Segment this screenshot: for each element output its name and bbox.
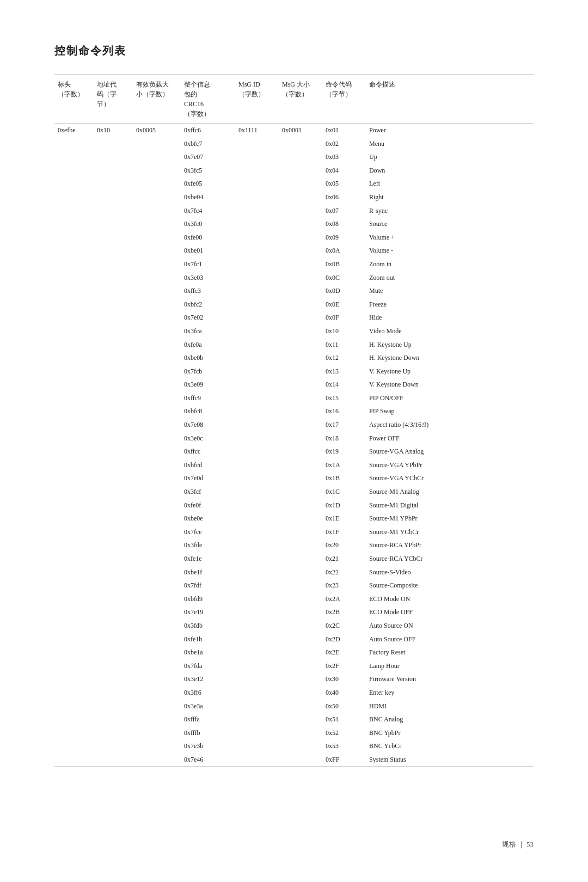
cell-cmdcode: 0x14 — [322, 378, 366, 391]
cell-crc: 0x3fcf — [181, 485, 235, 499]
cell-addr — [94, 231, 133, 244]
cell-addr — [94, 579, 133, 592]
page-content: 控制命令列表 标头 （字数） 地址代 码（字 节） 有效负载大 小（字数） 整个… — [54, 44, 534, 767]
cell-header — [54, 445, 94, 458]
cell-header — [54, 177, 94, 191]
cell-cmdcode: 0x2E — [322, 646, 366, 659]
cell-addr — [94, 271, 133, 285]
cell-msgsize — [279, 700, 322, 713]
footer-separator: ｜ — [518, 840, 525, 848]
table-row: 0x7fda0x2FLamp Hour — [54, 659, 534, 673]
cell-crc: 0xfe05 — [181, 177, 235, 191]
cell-cmdcode: 0x0C — [322, 271, 366, 285]
col-header-payload: 有效负载大 小（字数） — [133, 75, 181, 124]
table-row: 0xffcc0x19Source-VGA Analog — [54, 445, 534, 458]
cell-msgsize — [279, 458, 322, 472]
footer: 规格 ｜ 53 — [502, 840, 534, 849]
cell-header — [54, 432, 94, 445]
cell-cmdcode: 0x18 — [322, 432, 366, 445]
cell-msgid — [235, 672, 279, 686]
cell-addr — [94, 458, 133, 472]
cell-payload — [133, 726, 181, 740]
cell-msgsize — [279, 659, 322, 673]
cell-cmdcode: 0x03 — [322, 150, 366, 164]
cell-msgid — [235, 244, 279, 258]
cell-cmdcode: 0x09 — [322, 231, 366, 244]
cell-msgsize — [279, 633, 322, 646]
cell-msgsize — [279, 552, 322, 566]
cell-payload: 0x0005 — [133, 124, 181, 137]
cell-crc: 0xfe00 — [181, 231, 235, 244]
table-row: 0x3fc00x08Source — [54, 217, 534, 231]
cell-crc: 0x7fda — [181, 659, 235, 673]
cell-msgid — [235, 739, 279, 753]
cell-payload — [133, 418, 181, 432]
cell-cmdcode: 0x30 — [322, 672, 366, 686]
cell-cmdcode: 0x2A — [322, 592, 366, 606]
cell-cmddesc: BNC YpbPr — [366, 726, 534, 740]
cell-msgid: 0x1111 — [235, 124, 279, 137]
table-row: 0xffc30x0DMute — [54, 284, 534, 298]
table-row: 0xbe1f0x22Source-S-Video — [54, 566, 534, 579]
cell-crc: 0x7fdf — [181, 579, 235, 592]
cell-cmddesc: HDMI — [366, 700, 534, 713]
cell-crc: 0x3fde — [181, 538, 235, 552]
cell-crc: 0xbe1a — [181, 646, 235, 659]
cell-cmdcode: 0x51 — [322, 713, 366, 726]
cell-msgsize — [279, 485, 322, 499]
cell-addr — [94, 753, 133, 767]
cell-addr — [94, 150, 133, 164]
cell-msgsize — [279, 137, 322, 151]
cell-header — [54, 566, 94, 579]
col-header-cmddesc: 命令描述 — [366, 75, 534, 124]
table-row: 0xfe0f0x1DSource-M1 Digital — [54, 499, 534, 512]
cell-crc: 0x3fca — [181, 324, 235, 338]
cell-payload — [133, 137, 181, 151]
cell-header — [54, 204, 94, 218]
cell-payload — [133, 659, 181, 673]
cell-msgsize — [279, 672, 322, 686]
cell-payload — [133, 191, 181, 204]
cell-payload — [133, 177, 181, 191]
cell-header — [54, 217, 94, 231]
col-header-msgsize: MsG 大小 （字数） — [279, 75, 322, 124]
cell-addr — [94, 284, 133, 298]
cell-payload — [133, 244, 181, 258]
cell-addr — [94, 432, 133, 445]
cell-header — [54, 713, 94, 726]
cell-msgsize — [279, 566, 322, 579]
cell-msgsize — [279, 432, 322, 445]
cell-msgsize — [279, 324, 322, 338]
table-row: 0xffc90x15PIP ON/OFF — [54, 391, 534, 405]
cell-cmddesc: Factory Reset — [366, 646, 534, 659]
footer-label: 规格 — [502, 840, 516, 848]
cell-addr — [94, 739, 133, 753]
cell-payload — [133, 271, 181, 285]
cell-cmdcode: 0x22 — [322, 566, 366, 579]
table-row: 0x7fc10x0BZoom in — [54, 258, 534, 271]
cell-header — [54, 499, 94, 512]
cell-payload — [133, 633, 181, 646]
cell-payload — [133, 739, 181, 753]
cell-header — [54, 726, 94, 740]
cell-msgsize — [279, 499, 322, 512]
cell-cmdcode: 0x07 — [322, 204, 366, 218]
cell-header — [54, 605, 94, 619]
cell-msgid — [235, 512, 279, 525]
cell-addr — [94, 324, 133, 338]
cell-header — [54, 378, 94, 391]
table-row: 0xbfcd0x1ASource-VGA YPbPr — [54, 458, 534, 472]
cell-cmddesc: ECO Mode ON — [366, 592, 534, 606]
cell-header — [54, 271, 94, 285]
table-row: 0x7e3b0x53BNC YcbCr — [54, 739, 534, 753]
cell-msgid — [235, 619, 279, 633]
cell-addr — [94, 391, 133, 405]
table-row: 0xbe1a0x2EFactory Reset — [54, 646, 534, 659]
cell-cmdcode: 0x05 — [322, 177, 366, 191]
cell-header — [54, 633, 94, 646]
cell-payload — [133, 445, 181, 458]
cell-cmdcode: 0x10 — [322, 324, 366, 338]
cell-cmddesc: Source-M1 Digital — [366, 499, 534, 512]
cell-msgid — [235, 405, 279, 418]
cell-payload — [133, 646, 181, 659]
